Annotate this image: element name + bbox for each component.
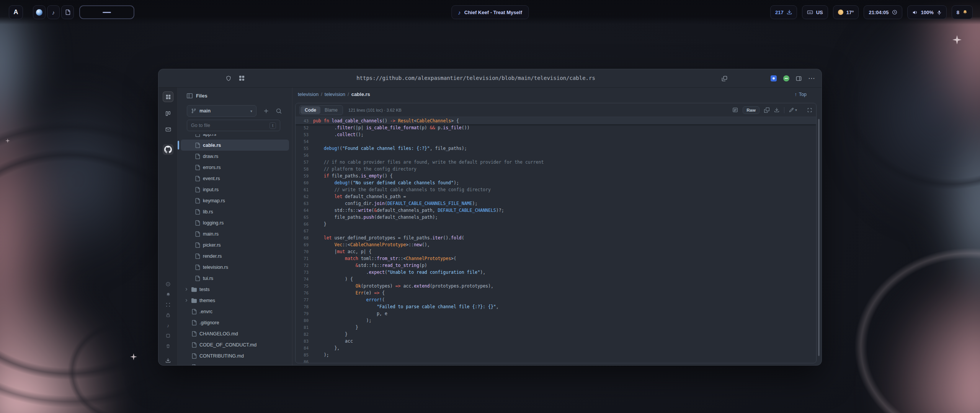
line-number[interactable]: 54 [296, 138, 313, 145]
line-number[interactable]: 83 [296, 338, 313, 345]
line-number[interactable]: 63 [296, 200, 313, 207]
extension-blue-icon[interactable] [771, 75, 777, 81]
line-number[interactable]: 59 [296, 172, 313, 179]
tree-item-main.rs[interactable]: main.rs [181, 228, 289, 239]
downloads-icon[interactable] [163, 355, 173, 366]
shield-icon[interactable] [225, 75, 232, 81]
line-number[interactable]: 80 [296, 317, 313, 324]
url-text[interactable]: https://github.com/alexpasmantier/televi… [356, 75, 595, 81]
tree-item-CHANGELOG.md[interactable]: CHANGELOG.md [181, 328, 289, 339]
line-number[interactable]: 61 [296, 186, 313, 193]
line-number[interactable]: 84 [296, 345, 313, 351]
keyboard-module[interactable]: US [802, 5, 828, 19]
line-number[interactable]: 75 [296, 283, 313, 289]
line-number[interactable]: 71 [296, 255, 313, 262]
kanban-icon[interactable] [163, 108, 173, 119]
line-number[interactable]: 60 [296, 179, 313, 186]
tree-item-draw.rs[interactable]: draw.rs [181, 151, 289, 162]
back-to-top-link[interactable]: ↑ Top [795, 92, 807, 97]
search-icon[interactable] [276, 108, 282, 114]
breadcrumb-dir[interactable]: television [325, 91, 345, 97]
line-number[interactable]: 77 [296, 296, 313, 303]
tree-item-app.rs[interactable]: app.rs [181, 134, 289, 140]
tree-item-tui.rs[interactable]: tui.rs [181, 273, 289, 284]
line-number[interactable]: 85 [296, 351, 313, 358]
tree-item-event.rs[interactable]: event.rs [181, 173, 289, 184]
media-pill[interactable]: ♪ Chief Keef - Treat Myself [451, 5, 529, 19]
goto-file-input[interactable] [191, 123, 270, 128]
clock-module[interactable]: 21:04:05 [864, 5, 902, 19]
line-number[interactable]: 56 [296, 152, 313, 159]
launcher-button[interactable]: A [9, 5, 23, 19]
edit-button[interactable]: ▾ [789, 107, 797, 112]
line-number[interactable]: 76 [296, 289, 313, 296]
line-number[interactable]: 82 [296, 331, 313, 338]
tree-item-input.rs[interactable]: input.rs [181, 184, 289, 195]
line-number[interactable]: 68 [296, 234, 313, 241]
sidebar-collapse-icon[interactable] [187, 93, 193, 99]
line-number[interactable]: 57 [296, 159, 313, 166]
line-number[interactable]: 73 [296, 269, 313, 276]
line-number[interactable]: 79 [296, 310, 313, 317]
line-number[interactable]: 69 [296, 241, 313, 248]
line-number[interactable]: 72 [296, 262, 313, 269]
line-number[interactable]: 66 [296, 221, 313, 228]
grid-dots-icon[interactable] [163, 299, 173, 310]
more-icon[interactable]: ⋯ [808, 75, 815, 82]
music-note-icon[interactable]: ♪ [163, 320, 173, 331]
tree-item-themes[interactable]: themes [181, 295, 289, 306]
workspace-button[interactable] [163, 91, 173, 102]
line-number[interactable]: 55 [296, 145, 313, 152]
line-number[interactable]: 86 [296, 358, 313, 363]
line-number[interactable]: 52 [296, 124, 313, 131]
breadcrumb-repo[interactable]: television [298, 91, 318, 97]
tree-item-logging.rs[interactable]: logging.rs [181, 217, 289, 228]
line-number[interactable]: 58 [296, 166, 313, 172]
plus-icon[interactable] [263, 108, 269, 114]
tab-github[interactable] [163, 144, 173, 155]
scrollbar[interactable] [818, 119, 820, 356]
workspace-pill[interactable] [79, 5, 134, 19]
line-number[interactable]: 64 [296, 207, 313, 214]
mail-icon[interactable] [163, 124, 173, 135]
line-number[interactable]: 43 [296, 117, 313, 124]
tree-item-errors.rs[interactable]: errors.rs [181, 162, 289, 173]
tree-item-Cargo.lock[interactable]: Cargo.lock [181, 361, 289, 365]
extensions-icon[interactable] [239, 75, 245, 81]
tree-item-tests[interactable]: tests [181, 284, 289, 295]
box-icon[interactable] [163, 330, 173, 341]
raw-button[interactable]: Raw [743, 106, 760, 114]
download-file-icon[interactable] [774, 107, 779, 113]
tree-item-television.rs[interactable]: television.rs [181, 262, 289, 273]
line-number[interactable]: 74 [296, 276, 313, 283]
audio-module[interactable]: 100% [907, 5, 947, 19]
line-number[interactable]: 70 [296, 248, 313, 255]
line-number[interactable]: 65 [296, 214, 313, 221]
extension-green-icon[interactable] [783, 75, 789, 81]
lock-icon[interactable] [163, 310, 173, 320]
tree-item-.envrc[interactable]: .envrc [181, 306, 289, 317]
line-number[interactable]: 53 [296, 131, 313, 138]
tree-item-CONTRIBUTING.md[interactable]: CONTRIBUTING.md [181, 350, 289, 361]
panel-icon[interactable] [796, 76, 802, 81]
music-button[interactable]: ♪ [47, 5, 60, 19]
line-number[interactable]: 81 [296, 324, 313, 331]
duplicate-tab-icon[interactable] [722, 76, 727, 81]
tree-item-CODE_OF_CONDUCT.md[interactable]: CODE_OF_CONDUCT.md [181, 339, 289, 350]
line-number[interactable]: 62 [296, 193, 313, 200]
trash-icon[interactable] [163, 341, 173, 351]
browser-button[interactable] [33, 5, 46, 19]
outline-icon[interactable] [732, 107, 738, 113]
tab-code[interactable]: Code [301, 106, 320, 114]
tree-item-lib.rs[interactable]: lib.rs [181, 206, 289, 217]
updates-module[interactable]: 217 [770, 5, 797, 19]
tree-item-keymap.rs[interactable]: keymap.rs [181, 195, 289, 206]
line-number[interactable]: 78 [296, 303, 313, 310]
tree-item-.gitignore[interactable]: .gitignore [181, 317, 289, 328]
expand-icon[interactable] [807, 107, 812, 113]
line-number[interactable]: 67 [296, 228, 313, 234]
target-icon[interactable] [163, 279, 173, 289]
tab-blame[interactable]: Blame [320, 106, 342, 114]
weather-module[interactable]: 17° [833, 5, 859, 19]
copy-icon[interactable] [764, 107, 769, 113]
